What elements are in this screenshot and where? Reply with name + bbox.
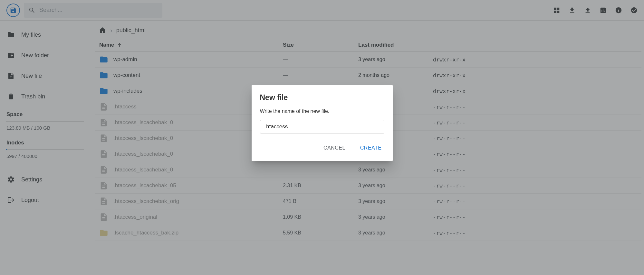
dialog-title: New file: [260, 93, 384, 102]
modal-overlay[interactable]: New file Write the name of the new file.…: [0, 0, 644, 275]
create-button[interactable]: CREATE: [358, 143, 384, 153]
new-file-dialog: New file Write the name of the new file.…: [252, 85, 393, 161]
dialog-prompt: Write the name of the new file.: [260, 108, 384, 114]
filename-input[interactable]: [260, 120, 384, 133]
cancel-button[interactable]: CANCEL: [321, 143, 348, 153]
